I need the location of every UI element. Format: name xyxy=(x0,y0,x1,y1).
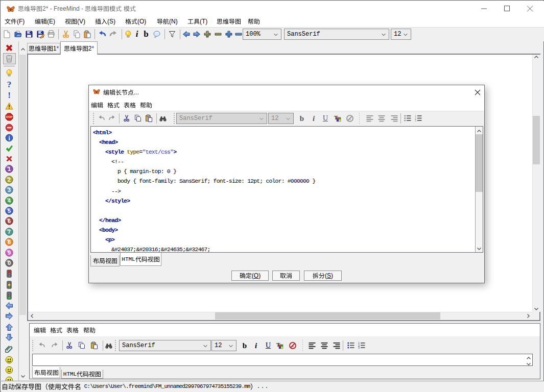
svg-text:6: 6 xyxy=(8,218,11,224)
svg-text:2: 2 xyxy=(8,177,11,183)
svg-text:9: 9 xyxy=(8,250,11,256)
svg-text:3: 3 xyxy=(415,119,416,122)
svg-text:S: S xyxy=(349,117,351,121)
svg-text:0: 0 xyxy=(8,260,11,266)
svg-text:1: 1 xyxy=(8,166,11,172)
svg-text:S: S xyxy=(292,344,294,348)
svg-text:!: ! xyxy=(8,91,11,99)
svg-text:5: 5 xyxy=(8,208,11,214)
svg-text:?: ? xyxy=(7,80,12,88)
svg-text:3: 3 xyxy=(8,187,11,193)
svg-text:8: 8 xyxy=(8,239,11,245)
svg-text:4: 4 xyxy=(8,198,11,204)
svg-text:7: 7 xyxy=(8,229,11,235)
svg-text:3: 3 xyxy=(358,346,360,349)
svg-text:STOP: STOP xyxy=(6,116,12,118)
